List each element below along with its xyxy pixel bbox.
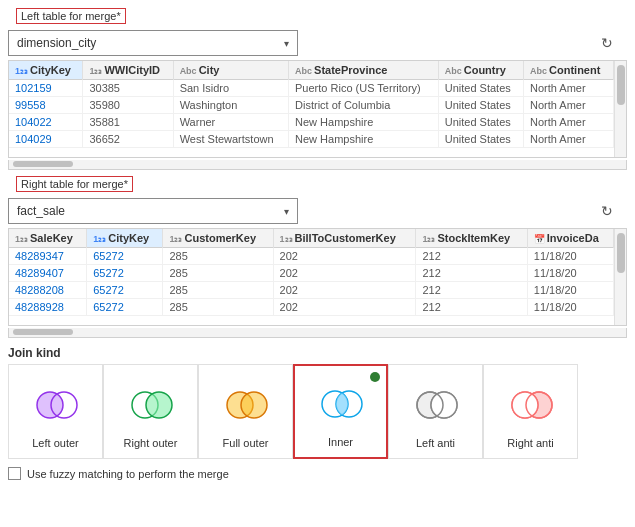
left-anti-label: Left anti [416, 436, 455, 450]
col-stateprovince[interactable]: AbcStateProvince [289, 61, 439, 80]
table-row: 10215930385San IsidroPuerto Rico (US Ter… [9, 80, 614, 97]
left-table-refresh[interactable]: ↻ [595, 31, 619, 55]
join-right-outer[interactable]: Right outer [103, 364, 198, 459]
right-table-label: Right table for merge* [16, 176, 133, 192]
right-table-vscroll[interactable] [614, 229, 626, 325]
main-container: Left table for merge* dimension_city ▾ ↻… [0, 0, 635, 527]
join-right-anti[interactable]: Right anti [483, 364, 578, 459]
full-outer-label: Full outer [223, 436, 269, 450]
right-table-dropdown[interactable]: fact_sale ▾ [8, 198, 298, 224]
table-row: 482893476527228520221211/18/20 [9, 248, 614, 265]
table-row: 10402235881WarnerNew HampshireUnited Sta… [9, 114, 614, 131]
right-anti-label: Right anti [507, 436, 553, 450]
left-table-container: 1₂₃CityKey 1₂₃WWICityID AbcCity AbcState… [8, 60, 627, 158]
join-left-anti[interactable]: Left anti [388, 364, 483, 459]
left-outer-icon [31, 380, 81, 430]
left-table-dropdown[interactable]: dimension_city ▾ [8, 30, 298, 56]
selected-dot [370, 372, 380, 382]
svg-point-0 [37, 392, 63, 418]
inner-icon [316, 379, 366, 429]
svg-point-3 [146, 392, 172, 418]
fuzzy-matching-row: Use fuzzy matching to perform the merge [0, 459, 635, 484]
table-row: 482889286527228520221211/18/20 [9, 299, 614, 316]
fuzzy-matching-label: Use fuzzy matching to perform the merge [27, 468, 229, 480]
table-row: 9955835980WashingtonDistrict of Columbia… [9, 97, 614, 114]
dropdown-arrow-right: ▾ [284, 206, 289, 217]
right-table-dropdown-row: fact_sale ▾ ↻ [0, 196, 635, 226]
col-invoiceda[interactable]: 📅InvoiceDa [527, 229, 613, 248]
right-table-container: 1₂₃SaleKey 1₂₃CityKey 1₂₃CustomerKey 1₂₃… [8, 228, 627, 326]
right-outer-label: Right outer [124, 436, 178, 450]
right-outer-icon [126, 380, 176, 430]
col-city[interactable]: AbcCity [173, 61, 288, 80]
inner-label: Inner [328, 435, 353, 449]
left-anti-icon [411, 380, 461, 430]
join-kind-label: Join kind [0, 338, 635, 364]
svg-point-5 [241, 392, 267, 418]
col-stockitemkey[interactable]: 1₂₃StockItemKey [416, 229, 527, 248]
table-row: 10402936652West StewartstownNew Hampshir… [9, 131, 614, 148]
col-billtocustomerkey[interactable]: 1₂₃BillToCustomerKey [273, 229, 416, 248]
col-continent[interactable]: AbcContinent [524, 61, 614, 80]
right-table: 1₂₃SaleKey 1₂₃CityKey 1₂₃CustomerKey 1₂₃… [9, 229, 614, 316]
join-left-outer[interactable]: Left outer [8, 364, 103, 459]
dropdown-arrow-left: ▾ [284, 38, 289, 49]
right-table-refresh[interactable]: ↻ [595, 199, 619, 223]
col-wwicityid[interactable]: 1₂₃WWICityID [83, 61, 173, 80]
join-inner[interactable]: Inner [293, 364, 388, 459]
left-table-label: Left table for merge* [16, 8, 126, 24]
table-row: 482894076527228520221211/18/20 [9, 265, 614, 282]
join-full-outer[interactable]: Full outer [198, 364, 293, 459]
table-row: 482882086527228520221211/18/20 [9, 282, 614, 299]
left-table-dropdown-row: dimension_city ▾ ↻ [0, 28, 635, 58]
col-country[interactable]: AbcCountry [438, 61, 523, 80]
col-customerkey[interactable]: 1₂₃CustomerKey [163, 229, 273, 248]
left-outer-label: Left outer [32, 436, 78, 450]
full-outer-icon [221, 380, 271, 430]
col-citykey-right[interactable]: 1₂₃CityKey [87, 229, 163, 248]
join-kind-buttons: Left outer Right outer Full outer [0, 364, 635, 459]
col-salekey[interactable]: 1₂₃SaleKey [9, 229, 87, 248]
right-anti-icon [506, 380, 556, 430]
col-citykey-left[interactable]: 1₂₃CityKey [9, 61, 83, 80]
left-table: 1₂₃CityKey 1₂₃WWICityID AbcCity AbcState… [9, 61, 614, 148]
fuzzy-matching-checkbox[interactable] [8, 467, 21, 480]
left-table-vscroll[interactable] [614, 61, 626, 157]
